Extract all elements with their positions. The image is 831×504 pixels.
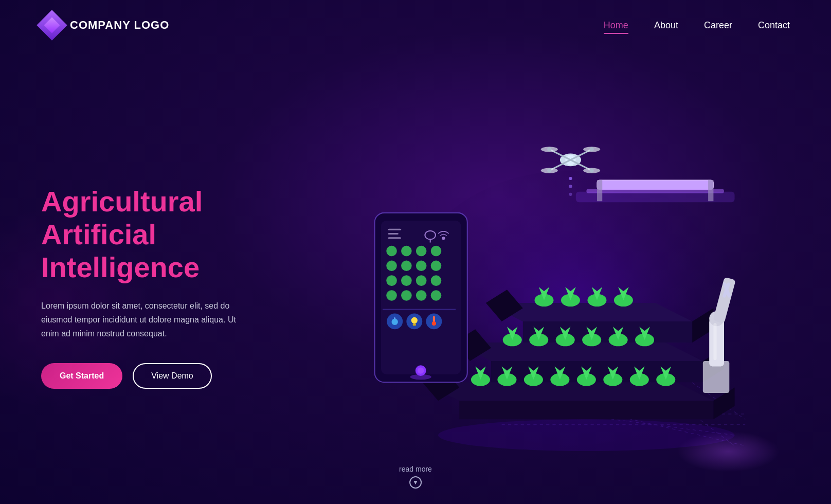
svg-rect-115 [413,323,416,326]
svg-point-96 [431,246,442,257]
view-demo-button[interactable]: View Demo [133,363,212,389]
svg-point-78 [547,147,551,151]
svg-point-97 [386,261,397,272]
logo-area: COMPANY LOGO [41,14,169,36]
hero-section: Agricultural Artificial Intelligence Lor… [0,50,831,503]
nav-contact[interactable]: Contact [758,20,790,31]
hero-content: Agricultural Artificial Intelligence Lor… [41,185,298,389]
svg-marker-14 [459,401,713,419]
isometric-scene-svg [298,107,790,467]
header: COMPANY LOGO Home About Career Contact [0,0,831,50]
logo-text: COMPANY LOGO [70,19,169,32]
svg-point-105 [386,290,397,301]
svg-point-95 [416,246,427,257]
svg-point-101 [386,275,397,286]
svg-point-93 [386,246,397,257]
svg-point-103 [416,275,427,286]
svg-rect-7 [597,180,713,190]
hero-title: Agricultural Artificial Intelligence [41,185,298,284]
svg-point-118 [432,321,436,326]
read-more-section[interactable]: read more ▼ [399,465,432,489]
get-started-button[interactable]: Get Started [41,363,122,389]
svg-rect-11 [597,180,602,201]
nav-career[interactable]: Career [704,20,732,31]
svg-point-112 [392,319,398,325]
svg-marker-22 [523,321,692,343]
svg-rect-67 [713,323,716,360]
svg-point-94 [401,246,412,257]
main-nav: Home About Career Contact [604,20,790,31]
nav-about[interactable]: About [654,20,678,31]
hero-description: Lorem ipsum dolor sit amet, consectetur … [41,299,247,341]
logo-icon [37,10,67,40]
svg-point-84 [569,193,572,196]
svg-rect-88 [388,233,399,235]
svg-point-108 [431,290,442,301]
svg-point-114 [411,317,418,323]
svg-rect-12 [708,180,713,201]
svg-point-82 [569,177,572,180]
svg-point-98 [401,261,412,272]
svg-point-102 [401,275,412,286]
svg-point-92 [442,237,445,240]
svg-point-121 [410,374,431,380]
svg-point-80 [547,168,551,172]
svg-point-107 [416,290,427,301]
svg-point-106 [401,290,412,301]
svg-point-81 [590,168,594,172]
svg-point-122 [438,419,734,451]
svg-point-83 [569,185,572,188]
read-more-arrow-icon[interactable]: ▼ [409,476,422,489]
svg-rect-87 [388,229,401,230]
hero-illustration [298,107,790,467]
nav-home[interactable]: Home [604,20,628,31]
read-more-text: read more [399,465,432,473]
svg-rect-89 [388,237,401,239]
svg-point-104 [431,275,442,286]
svg-marker-17 [454,343,703,361]
hero-buttons: Get Started View Demo [41,363,298,389]
svg-point-100 [431,261,442,272]
svg-point-99 [416,261,427,272]
svg-point-120 [418,367,424,373]
svg-point-79 [590,147,594,151]
